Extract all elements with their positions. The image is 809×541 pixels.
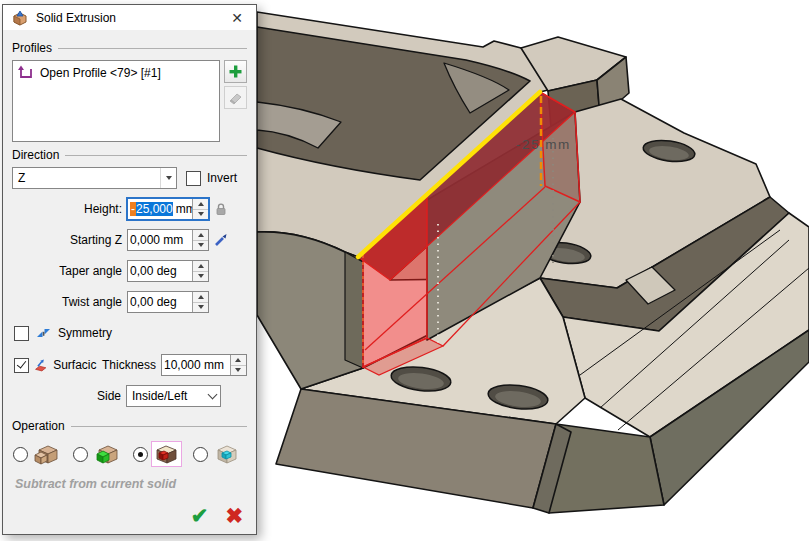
height-input[interactable]: -25,000mm xyxy=(127,198,209,220)
taper-angle-label: Taper angle xyxy=(59,264,122,278)
operation-add-icon[interactable] xyxy=(91,441,122,467)
direction-value: Z xyxy=(18,171,160,185)
starting-z-input[interactable]: 0,000 mm xyxy=(127,229,209,251)
cancel-button[interactable]: ✖ xyxy=(225,505,243,526)
solid-extrusion-icon xyxy=(12,10,28,26)
spin-up-button[interactable] xyxy=(193,230,208,240)
dialog-title: Solid Extrusion xyxy=(36,11,214,25)
twist-angle-input[interactable]: 0,00 deg xyxy=(127,291,209,313)
profile-item-label: Open Profile <79> [#1] xyxy=(40,66,161,80)
spin-up-button[interactable] xyxy=(231,355,246,365)
spin-down-button[interactable] xyxy=(193,271,208,282)
dimension-label: -25 mm xyxy=(516,137,571,152)
spin-up-button[interactable] xyxy=(193,199,208,209)
profile-list-item[interactable]: Open Profile <79> [#1] xyxy=(15,64,217,81)
invert-label: Invert xyxy=(207,171,237,185)
thickness-value: 10,000 mm xyxy=(164,358,224,372)
operation-new-solid-radio[interactable] xyxy=(13,447,28,462)
spin-down-button[interactable] xyxy=(193,240,208,251)
operation-add-radio[interactable] xyxy=(73,447,88,462)
operation-common-icon[interactable] xyxy=(211,441,242,467)
open-profile-icon xyxy=(17,65,33,80)
side-value: Inside/Left xyxy=(132,389,205,403)
group-divider xyxy=(71,426,247,427)
symmetry-label: Symmetry xyxy=(58,326,112,340)
spin-down-button[interactable] xyxy=(193,209,208,220)
app-root: { "window": { "title": "Solid Extrusion"… xyxy=(0,0,809,541)
height-lock-slot[interactable] xyxy=(212,202,230,216)
remove-profile-button[interactable] xyxy=(224,86,247,109)
height-unit: mm xyxy=(176,202,192,216)
surfacic-checkbox[interactable] xyxy=(14,358,29,373)
operation-common-radio[interactable] xyxy=(193,447,208,462)
surfacic-label: Surfacic xyxy=(53,358,96,372)
height-value-selected: 25,000 xyxy=(136,202,173,216)
pen-pick-icon xyxy=(214,233,228,247)
operation-new-solid-icon[interactable] xyxy=(31,441,62,467)
starting-z-label: Starting Z xyxy=(70,233,122,247)
direction-group-header: Direction xyxy=(12,148,247,162)
group-divider xyxy=(65,155,247,156)
thickness-input[interactable]: 10,000 mm xyxy=(161,354,247,376)
side-combobox[interactable]: Inside/Left xyxy=(126,385,221,407)
twist-angle-value: 0,00 deg xyxy=(130,295,177,309)
lock-icon xyxy=(215,202,227,216)
add-profile-button[interactable] xyxy=(224,60,247,83)
taper-angle-spinner xyxy=(192,261,208,281)
thickness-label: Thickness xyxy=(102,358,156,372)
profiles-group-label: Profiles xyxy=(12,41,52,55)
spin-down-button[interactable] xyxy=(193,302,208,313)
plus-icon xyxy=(228,64,243,79)
close-icon[interactable]: ✕ xyxy=(222,6,252,29)
profiles-group-header: Profiles xyxy=(12,41,247,55)
solid-extrusion-dialog: Solid Extrusion ✕ Profiles Open Profile … xyxy=(2,4,257,535)
operation-status-text: Subtract from current solid xyxy=(15,477,247,491)
surfacic-icon xyxy=(34,357,47,373)
spin-up-button[interactable] xyxy=(193,292,208,302)
operation-subtract-icon[interactable] xyxy=(151,441,182,467)
starting-z-spinner xyxy=(192,230,208,250)
operation-group-label: Operation xyxy=(12,419,65,433)
eraser-icon xyxy=(228,90,243,105)
twist-angle-spinner xyxy=(192,292,208,312)
spin-up-button[interactable] xyxy=(193,261,208,271)
direction-combobox[interactable]: Z xyxy=(12,167,177,189)
dialog-titlebar[interactable]: Solid Extrusion ✕ xyxy=(3,5,256,30)
pick-z-slot[interactable] xyxy=(212,233,230,247)
operation-group-header: Operation xyxy=(12,419,247,433)
symmetry-checkbox[interactable] xyxy=(14,326,29,341)
starting-z-value: 0,000 mm xyxy=(130,233,183,247)
spin-down-button[interactable] xyxy=(231,365,246,376)
taper-angle-value: 0,00 deg xyxy=(130,264,177,278)
twist-angle-label: Twist angle xyxy=(62,295,122,309)
symmetry-icon xyxy=(35,325,52,341)
thickness-spinner xyxy=(230,355,246,375)
side-label: Side xyxy=(97,389,121,403)
chevron-down-icon xyxy=(160,168,176,188)
height-label: Height: xyxy=(84,202,122,216)
taper-angle-input[interactable]: 0,00 deg xyxy=(127,260,209,282)
profiles-listbox[interactable]: Open Profile <79> [#1] xyxy=(12,60,220,142)
dialog-body: Profiles Open Profile <79> [#1] xyxy=(3,30,256,534)
group-divider xyxy=(58,48,247,49)
invert-checkbox[interactable] xyxy=(186,171,201,186)
chevron-down-icon xyxy=(205,386,220,406)
height-spinner xyxy=(192,199,208,219)
operation-subtract-radio[interactable] xyxy=(133,447,148,462)
part-wall-dark-sliver xyxy=(345,252,363,368)
confirm-button[interactable]: ✔ xyxy=(191,505,209,526)
direction-group-label: Direction xyxy=(12,148,59,162)
